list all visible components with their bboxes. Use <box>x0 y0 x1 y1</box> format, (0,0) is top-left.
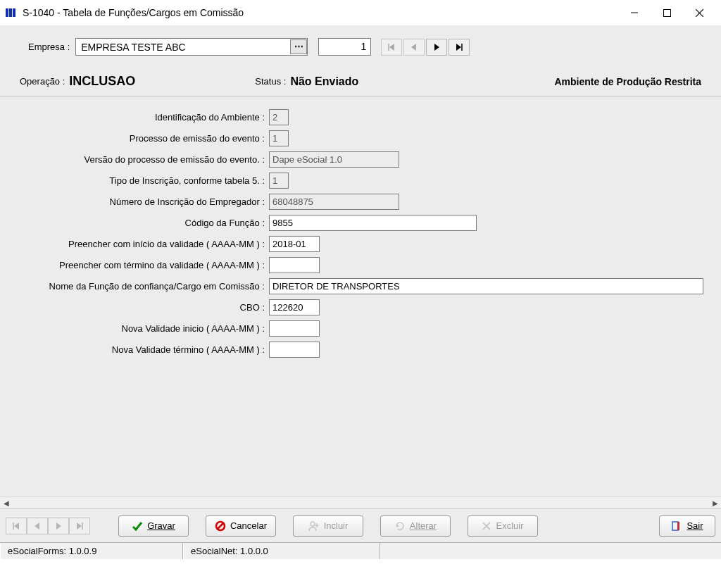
ini-validade-input[interactable] <box>269 236 320 252</box>
svg-marker-10 <box>434 44 439 51</box>
ini-validade-label: Preencher com início da validade ( AAAA-… <box>0 239 269 249</box>
svg-line-20 <box>218 523 223 529</box>
status-line: Operação : INCLUSAO Status : Não Enviado… <box>0 64 721 96</box>
cancelar-button[interactable]: Cancelar <box>206 515 276 537</box>
gravar-button[interactable]: Gravar <box>118 515 189 537</box>
nova-fim-input[interactable] <box>269 342 320 358</box>
alterar-button[interactable]: Alterar <box>380 515 451 537</box>
num-inscr-label: Número de Inscrição do Empregador : <box>0 196 269 207</box>
svg-rect-4 <box>663 9 670 16</box>
refresh-icon <box>394 520 406 532</box>
proc-emissao-input <box>269 130 289 146</box>
tipo-inscr-label: Tipo de Inscrição, conforme tabela 5. : <box>0 175 269 186</box>
ident-amb-label: Identificação do Ambiente : <box>0 112 269 123</box>
svg-point-21 <box>311 522 315 526</box>
ident-amb-input <box>269 109 289 125</box>
cbo-label: CBO : <box>0 302 269 313</box>
environment-label: Ambiente de Produção Restrita <box>555 76 702 87</box>
app-icon <box>4 6 17 19</box>
record-nav-buttons <box>381 39 470 56</box>
close-button[interactable] <box>683 2 715 23</box>
nova-ini-input[interactable] <box>269 320 320 337</box>
check-icon <box>132 520 143 532</box>
fim-validade-input[interactable] <box>269 257 320 273</box>
svg-rect-27 <box>672 522 678 530</box>
fim-validade-label: Preencher com término da validade ( AAAA… <box>0 260 269 270</box>
window-title: S-1040 - Tabela de Funções/Cargos em Com… <box>23 7 244 18</box>
nav-prev-button[interactable] <box>403 39 425 56</box>
svg-marker-14 <box>14 523 19 530</box>
bnav-prev[interactable] <box>27 518 48 534</box>
cancelar-label: Cancelar <box>230 520 267 531</box>
button-bar: Gravar Cancelar Incluir Alterar Excluir … <box>0 508 721 542</box>
nome-funcao-input[interactable] <box>269 278 703 294</box>
empresa-label: Empresa : <box>28 42 70 52</box>
svg-marker-8 <box>389 44 394 51</box>
titlebar: S-1040 - Tabela de Funções/Cargos em Com… <box>0 0 721 25</box>
x-icon <box>482 521 491 531</box>
nova-fim-label: Nova Validade término ( AAAA-MM ) : <box>0 344 269 355</box>
svg-rect-1 <box>9 8 12 17</box>
nav-next-button[interactable] <box>426 39 447 56</box>
bnav-next[interactable] <box>48 518 69 534</box>
num-inscr-input <box>269 194 399 210</box>
svg-marker-15 <box>35 523 39 530</box>
svg-marker-9 <box>411 44 416 51</box>
svg-rect-2 <box>13 8 15 17</box>
empresa-lookup-button[interactable]: ⋯ <box>290 39 307 54</box>
svg-marker-11 <box>456 44 461 51</box>
nav-first-button[interactable] <box>381 39 402 56</box>
nav-last-button[interactable] <box>449 39 470 56</box>
status-net: eSocialNet: 1.0.0.0 <box>183 543 380 559</box>
svg-rect-28 <box>677 522 679 530</box>
maximize-button[interactable] <box>651 2 683 23</box>
ver-proc-input <box>269 151 399 168</box>
bottom-nav-buttons <box>6 518 90 534</box>
cancel-icon <box>215 520 226 532</box>
bnav-last[interactable] <box>69 518 90 534</box>
bnav-first[interactable] <box>6 518 27 534</box>
cbo-input[interactable] <box>269 299 320 315</box>
excluir-button[interactable]: Excluir <box>468 515 538 537</box>
operacao-label: Operação : <box>20 76 65 87</box>
operacao-value: INCLUSAO <box>69 74 135 89</box>
svg-marker-24 <box>396 524 399 527</box>
person-plus-icon <box>308 520 320 532</box>
svg-marker-17 <box>77 523 82 530</box>
cod-funcao-label: Código da Função : <box>0 218 269 228</box>
scroll-right-icon[interactable]: ▶ <box>709 497 721 509</box>
empresa-input[interactable] <box>80 41 303 54</box>
status-value: Não Enviado <box>290 75 358 88</box>
exit-icon <box>671 520 682 532</box>
sair-label: Sair <box>686 520 703 531</box>
proc-emissao-label: Processo de emissão do evento : <box>0 133 269 144</box>
status-label: Status : <box>255 76 286 87</box>
sair-button[interactable]: Sair <box>659 515 715 537</box>
record-number-field[interactable]: 1 <box>318 38 371 56</box>
incluir-button[interactable]: Incluir <box>293 515 363 537</box>
statusbar: eSocialForms: 1.0.0.9 eSocialNet: 1.0.0.… <box>0 542 721 559</box>
gravar-label: Gravar <box>147 520 175 531</box>
incluir-label: Incluir <box>324 520 349 531</box>
cod-funcao-input[interactable] <box>269 215 477 231</box>
client-area: Empresa : ⋯ 1 Operação : INCLUSAO Status… <box>0 25 721 542</box>
excluir-label: Excluir <box>496 520 523 531</box>
status-forms: eSocialForms: 1.0.0.9 <box>0 543 183 559</box>
horizontal-scrollbar[interactable]: ◀ ▶ <box>0 496 721 508</box>
nome-funcao-label: Nome da Função de confiança/Cargo em Com… <box>0 281 269 292</box>
minimize-button[interactable] <box>618 2 651 23</box>
ver-proc-label: Versão do processo de emissão do evento.… <box>0 154 269 165</box>
form-area: Identificação do Ambiente : Processo de … <box>0 96 721 360</box>
tipo-inscr-input <box>269 173 289 189</box>
scroll-left-icon[interactable]: ◀ <box>0 497 12 509</box>
svg-marker-16 <box>56 523 61 530</box>
nova-ini-label: Nova Validade inicio ( AAAA-MM ) : <box>0 323 269 334</box>
svg-rect-0 <box>6 8 8 17</box>
empresa-row: Empresa : ⋯ 1 <box>0 25 721 64</box>
alterar-label: Alterar <box>410 520 437 531</box>
empresa-field[interactable] <box>75 38 308 56</box>
